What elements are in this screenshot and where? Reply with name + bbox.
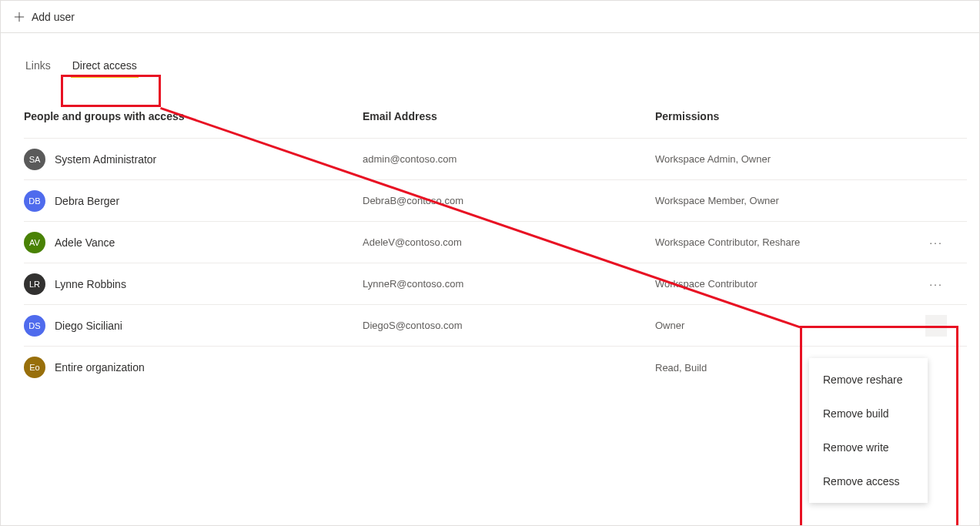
menu-remove-access[interactable]: Remove access — [809, 464, 928, 498]
menu-remove-reshare[interactable]: Remove reshare — [809, 363, 928, 397]
content: Links Direct access People and groups wi… — [1, 33, 979, 388]
user-name: System Administrator — [55, 153, 156, 166]
table-row: DSDiego SicilianiDiegoS@contoso.comOwner… — [24, 305, 967, 347]
annotation-box-tab — [61, 75, 161, 107]
add-user-label: Add user — [32, 11, 75, 23]
tab-links[interactable]: Links — [24, 55, 52, 78]
plus-icon — [13, 11, 25, 23]
header-perm: Permissions — [655, 110, 905, 122]
user-name: Debra Berger — [55, 195, 119, 207]
user-email: LynneR@contoso.com — [363, 278, 655, 290]
avatar: DS — [24, 315, 45, 337]
user-name: Diego Siciliani — [55, 320, 122, 332]
context-menu: Remove reshare Remove build Remove write… — [809, 358, 928, 503]
ellipsis-icon: ··· — [929, 320, 943, 332]
user-email: admin@contoso.com — [363, 153, 655, 165]
more-options-button[interactable]: ··· — [925, 232, 947, 253]
header-email: Email Address — [363, 110, 655, 122]
avatar: AV — [24, 232, 45, 253]
toolbar: Add user — [1, 1, 979, 33]
more-options-button[interactable]: ··· — [925, 273, 947, 295]
user-perm: Workspace Contributor, Reshare — [655, 236, 905, 248]
user-perm: Owner — [655, 320, 905, 331]
user-perm: Workspace Admin, Owner — [655, 153, 905, 165]
tabs: Links Direct access — [24, 33, 967, 78]
table-row: SASystem Administratoradmin@contoso.comW… — [24, 139, 967, 180]
table-row: AVAdele VanceAdeleV@contoso.comWorkspace… — [24, 222, 967, 263]
user-name: Lynne Robbins — [55, 278, 126, 290]
user-perm: Workspace Contributor — [655, 278, 905, 290]
table-body: SASystem Administratoradmin@contoso.comW… — [24, 139, 967, 388]
tab-direct-access[interactable]: Direct access — [71, 55, 139, 78]
ellipsis-icon: ··· — [929, 278, 943, 290]
avatar: SA — [24, 149, 45, 170]
user-email: AdeleV@contoso.com — [363, 236, 655, 248]
user-email: DiegoS@contoso.com — [363, 320, 655, 331]
add-user-button[interactable]: Add user — [13, 11, 75, 23]
menu-remove-build[interactable]: Remove build — [809, 397, 928, 431]
avatar: Eo — [24, 357, 45, 378]
table-row: LRLynne RobbinsLynneR@contoso.comWorkspa… — [24, 263, 967, 305]
avatar: DB — [24, 190, 45, 212]
user-name: Entire organization — [55, 361, 145, 374]
menu-remove-write[interactable]: Remove write — [809, 431, 928, 464]
header-name: People and groups with access — [24, 110, 363, 122]
user-email: DebraB@contoso.com — [363, 195, 655, 206]
more-options-button[interactable]: ··· — [925, 315, 947, 337]
avatar: LR — [24, 273, 45, 295]
table-row: DBDebra BergerDebraB@contoso.comWorkspac… — [24, 180, 967, 222]
user-perm: Workspace Member, Owner — [655, 195, 905, 206]
ellipsis-icon: ··· — [929, 236, 943, 249]
table-headers: People and groups with access Email Addr… — [24, 110, 967, 139]
user-name: Adele Vance — [55, 236, 115, 249]
